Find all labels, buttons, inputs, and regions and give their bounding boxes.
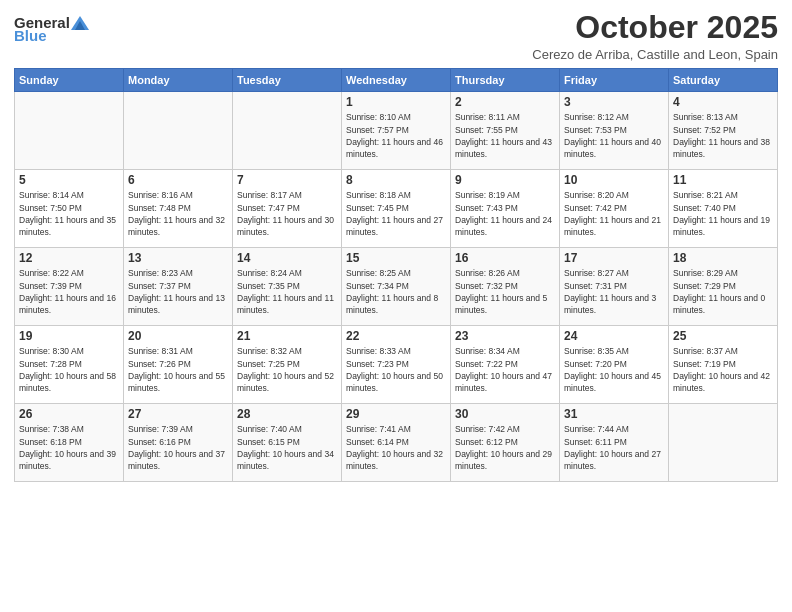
calendar-container: General Blue October 2025 Cerezo de Arri…	[0, 0, 792, 612]
calendar-cell	[669, 404, 778, 482]
day-number: 20	[128, 329, 228, 343]
col-header-saturday: Saturday	[669, 69, 778, 92]
cell-content: Sunrise: 8:25 AM Sunset: 7:34 PM Dayligh…	[346, 267, 446, 316]
calendar-cell: 29Sunrise: 7:41 AM Sunset: 6:14 PM Dayli…	[342, 404, 451, 482]
cell-content: Sunrise: 8:13 AM Sunset: 7:52 PM Dayligh…	[673, 111, 773, 160]
calendar-cell: 23Sunrise: 8:34 AM Sunset: 7:22 PM Dayli…	[451, 326, 560, 404]
col-header-thursday: Thursday	[451, 69, 560, 92]
day-number: 19	[19, 329, 119, 343]
day-number: 22	[346, 329, 446, 343]
day-number: 26	[19, 407, 119, 421]
title-block: October 2025 Cerezo de Arriba, Castille …	[532, 10, 778, 62]
cell-content: Sunrise: 8:33 AM Sunset: 7:23 PM Dayligh…	[346, 345, 446, 394]
day-number: 13	[128, 251, 228, 265]
calendar-cell: 7Sunrise: 8:17 AM Sunset: 7:47 PM Daylig…	[233, 170, 342, 248]
day-number: 28	[237, 407, 337, 421]
calendar-cell: 5Sunrise: 8:14 AM Sunset: 7:50 PM Daylig…	[15, 170, 124, 248]
calendar-cell: 15Sunrise: 8:25 AM Sunset: 7:34 PM Dayli…	[342, 248, 451, 326]
calendar-cell: 11Sunrise: 8:21 AM Sunset: 7:40 PM Dayli…	[669, 170, 778, 248]
calendar-cell: 25Sunrise: 8:37 AM Sunset: 7:19 PM Dayli…	[669, 326, 778, 404]
cell-content: Sunrise: 8:27 AM Sunset: 7:31 PM Dayligh…	[564, 267, 664, 316]
header: General Blue October 2025 Cerezo de Arri…	[14, 10, 778, 62]
day-number: 11	[673, 173, 773, 187]
calendar-cell: 18Sunrise: 8:29 AM Sunset: 7:29 PM Dayli…	[669, 248, 778, 326]
week-row-4: 19Sunrise: 8:30 AM Sunset: 7:28 PM Dayli…	[15, 326, 778, 404]
cell-content: Sunrise: 8:34 AM Sunset: 7:22 PM Dayligh…	[455, 345, 555, 394]
cell-content: Sunrise: 8:16 AM Sunset: 7:48 PM Dayligh…	[128, 189, 228, 238]
logo: General Blue	[14, 14, 90, 44]
cell-content: Sunrise: 7:38 AM Sunset: 6:18 PM Dayligh…	[19, 423, 119, 472]
col-header-monday: Monday	[124, 69, 233, 92]
calendar-cell: 4Sunrise: 8:13 AM Sunset: 7:52 PM Daylig…	[669, 92, 778, 170]
calendar-cell: 19Sunrise: 8:30 AM Sunset: 7:28 PM Dayli…	[15, 326, 124, 404]
day-number: 12	[19, 251, 119, 265]
day-number: 5	[19, 173, 119, 187]
cell-content: Sunrise: 8:14 AM Sunset: 7:50 PM Dayligh…	[19, 189, 119, 238]
calendar-cell: 10Sunrise: 8:20 AM Sunset: 7:42 PM Dayli…	[560, 170, 669, 248]
calendar-cell: 16Sunrise: 8:26 AM Sunset: 7:32 PM Dayli…	[451, 248, 560, 326]
cell-content: Sunrise: 8:17 AM Sunset: 7:47 PM Dayligh…	[237, 189, 337, 238]
calendar-table: SundayMondayTuesdayWednesdayThursdayFrid…	[14, 68, 778, 482]
day-number: 29	[346, 407, 446, 421]
week-row-3: 12Sunrise: 8:22 AM Sunset: 7:39 PM Dayli…	[15, 248, 778, 326]
header-row: SundayMondayTuesdayWednesdayThursdayFrid…	[15, 69, 778, 92]
cell-content: Sunrise: 8:30 AM Sunset: 7:28 PM Dayligh…	[19, 345, 119, 394]
cell-content: Sunrise: 8:19 AM Sunset: 7:43 PM Dayligh…	[455, 189, 555, 238]
month-title: October 2025	[532, 10, 778, 45]
cell-content: Sunrise: 7:42 AM Sunset: 6:12 PM Dayligh…	[455, 423, 555, 472]
cell-content: Sunrise: 8:18 AM Sunset: 7:45 PM Dayligh…	[346, 189, 446, 238]
day-number: 30	[455, 407, 555, 421]
day-number: 18	[673, 251, 773, 265]
cell-content: Sunrise: 7:40 AM Sunset: 6:15 PM Dayligh…	[237, 423, 337, 472]
calendar-cell: 9Sunrise: 8:19 AM Sunset: 7:43 PM Daylig…	[451, 170, 560, 248]
cell-content: Sunrise: 8:20 AM Sunset: 7:42 PM Dayligh…	[564, 189, 664, 238]
day-number: 3	[564, 95, 664, 109]
calendar-cell: 13Sunrise: 8:23 AM Sunset: 7:37 PM Dayli…	[124, 248, 233, 326]
cell-content: Sunrise: 7:41 AM Sunset: 6:14 PM Dayligh…	[346, 423, 446, 472]
day-number: 2	[455, 95, 555, 109]
cell-content: Sunrise: 8:22 AM Sunset: 7:39 PM Dayligh…	[19, 267, 119, 316]
week-row-1: 1Sunrise: 8:10 AM Sunset: 7:57 PM Daylig…	[15, 92, 778, 170]
calendar-cell	[233, 92, 342, 170]
cell-content: Sunrise: 8:32 AM Sunset: 7:25 PM Dayligh…	[237, 345, 337, 394]
calendar-cell: 27Sunrise: 7:39 AM Sunset: 6:16 PM Dayli…	[124, 404, 233, 482]
cell-content: Sunrise: 7:44 AM Sunset: 6:11 PM Dayligh…	[564, 423, 664, 472]
cell-content: Sunrise: 7:39 AM Sunset: 6:16 PM Dayligh…	[128, 423, 228, 472]
calendar-cell: 3Sunrise: 8:12 AM Sunset: 7:53 PM Daylig…	[560, 92, 669, 170]
calendar-cell: 8Sunrise: 8:18 AM Sunset: 7:45 PM Daylig…	[342, 170, 451, 248]
calendar-cell: 24Sunrise: 8:35 AM Sunset: 7:20 PM Dayli…	[560, 326, 669, 404]
day-number: 24	[564, 329, 664, 343]
cell-content: Sunrise: 8:29 AM Sunset: 7:29 PM Dayligh…	[673, 267, 773, 316]
week-row-2: 5Sunrise: 8:14 AM Sunset: 7:50 PM Daylig…	[15, 170, 778, 248]
day-number: 23	[455, 329, 555, 343]
day-number: 9	[455, 173, 555, 187]
calendar-cell: 30Sunrise: 7:42 AM Sunset: 6:12 PM Dayli…	[451, 404, 560, 482]
cell-content: Sunrise: 8:24 AM Sunset: 7:35 PM Dayligh…	[237, 267, 337, 316]
day-number: 14	[237, 251, 337, 265]
calendar-cell: 28Sunrise: 7:40 AM Sunset: 6:15 PM Dayli…	[233, 404, 342, 482]
calendar-cell: 22Sunrise: 8:33 AM Sunset: 7:23 PM Dayli…	[342, 326, 451, 404]
day-number: 10	[564, 173, 664, 187]
cell-content: Sunrise: 8:37 AM Sunset: 7:19 PM Dayligh…	[673, 345, 773, 394]
calendar-cell: 1Sunrise: 8:10 AM Sunset: 7:57 PM Daylig…	[342, 92, 451, 170]
cell-content: Sunrise: 8:12 AM Sunset: 7:53 PM Dayligh…	[564, 111, 664, 160]
calendar-cell: 20Sunrise: 8:31 AM Sunset: 7:26 PM Dayli…	[124, 326, 233, 404]
calendar-cell: 26Sunrise: 7:38 AM Sunset: 6:18 PM Dayli…	[15, 404, 124, 482]
day-number: 31	[564, 407, 664, 421]
day-number: 25	[673, 329, 773, 343]
day-number: 4	[673, 95, 773, 109]
day-number: 15	[346, 251, 446, 265]
calendar-cell: 31Sunrise: 7:44 AM Sunset: 6:11 PM Dayli…	[560, 404, 669, 482]
day-number: 1	[346, 95, 446, 109]
day-number: 17	[564, 251, 664, 265]
cell-content: Sunrise: 8:21 AM Sunset: 7:40 PM Dayligh…	[673, 189, 773, 238]
day-number: 8	[346, 173, 446, 187]
day-number: 6	[128, 173, 228, 187]
cell-content: Sunrise: 8:35 AM Sunset: 7:20 PM Dayligh…	[564, 345, 664, 394]
cell-content: Sunrise: 8:31 AM Sunset: 7:26 PM Dayligh…	[128, 345, 228, 394]
logo-blue: Blue	[14, 27, 47, 44]
calendar-cell: 17Sunrise: 8:27 AM Sunset: 7:31 PM Dayli…	[560, 248, 669, 326]
day-number: 16	[455, 251, 555, 265]
day-number: 27	[128, 407, 228, 421]
location-subtitle: Cerezo de Arriba, Castille and Leon, Spa…	[532, 47, 778, 62]
